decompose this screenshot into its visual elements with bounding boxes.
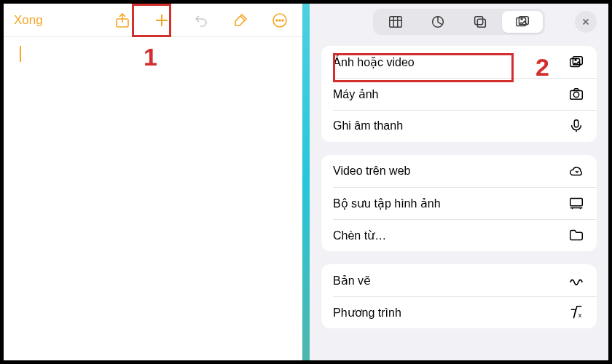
svg-point-16 bbox=[573, 92, 578, 97]
seg-media-icon[interactable] bbox=[502, 11, 543, 33]
editor-toolbar: Xong bbox=[4, 4, 302, 37]
insert-menu: Ảnh hoặc video Máy ảnh Ghi âm thanh bbox=[310, 40, 608, 347]
seg-shapes-icon[interactable] bbox=[460, 11, 501, 33]
segmented-control bbox=[373, 9, 545, 35]
text-cursor bbox=[20, 46, 21, 62]
mic-icon bbox=[568, 117, 585, 135]
svg-rect-18 bbox=[570, 199, 583, 206]
done-button[interactable]: Xong bbox=[9, 10, 47, 31]
svg-text:x: x bbox=[578, 312, 582, 319]
menu-group: Video trên web Bộ sưu tập hình ảnh Chèn … bbox=[321, 155, 597, 251]
svg-point-11 bbox=[521, 18, 522, 20]
gallery-icon bbox=[568, 194, 585, 212]
menu-item-label: Bộ sưu tập hình ảnh bbox=[333, 197, 568, 210]
menu-item-label: Bản vẽ bbox=[333, 274, 568, 288]
menu-item-web-video[interactable]: Video trên web bbox=[321, 155, 597, 187]
cloud-icon bbox=[568, 162, 585, 180]
menu-item-label: Ghi âm thanh bbox=[333, 119, 568, 132]
scribble-icon bbox=[568, 272, 585, 289]
menu-item-label: Ảnh hoặc video bbox=[333, 55, 568, 69]
folder-icon bbox=[568, 226, 585, 244]
menu-group: Bản vẽ Phương trình x bbox=[321, 264, 597, 328]
menu-item-label: Chèn từ… bbox=[333, 229, 568, 242]
menu-item-label: Máy ảnh bbox=[333, 87, 568, 101]
split-divider bbox=[302, 4, 310, 360]
svg-rect-8 bbox=[475, 17, 483, 25]
menu-item-drawing[interactable]: Bản vẽ bbox=[321, 264, 597, 296]
undo-icon[interactable] bbox=[192, 11, 211, 30]
menu-item-equation[interactable]: Phương trình x bbox=[321, 296, 597, 328]
seg-table-icon[interactable] bbox=[375, 11, 416, 33]
photo-stack-icon bbox=[568, 53, 585, 71]
svg-point-2 bbox=[276, 20, 278, 21]
menu-group: Ảnh hoặc video Máy ảnh Ghi âm thanh bbox=[321, 46, 597, 142]
plus-icon[interactable] bbox=[152, 11, 171, 30]
camera-icon bbox=[568, 85, 585, 103]
menu-item-label: Video trên web bbox=[333, 165, 568, 178]
equation-icon: x bbox=[568, 304, 585, 321]
menu-item-insert-from[interactable]: Chèn từ… bbox=[321, 219, 597, 251]
menu-item-audio[interactable]: Ghi âm thanh bbox=[321, 110, 597, 142]
svg-rect-5 bbox=[390, 17, 402, 28]
svg-rect-7 bbox=[477, 19, 485, 27]
share-icon[interactable] bbox=[113, 11, 132, 30]
menu-item-gallery[interactable]: Bộ sưu tập hình ảnh bbox=[321, 187, 597, 219]
svg-point-14 bbox=[575, 59, 576, 60]
brush-icon[interactable] bbox=[231, 11, 250, 30]
menu-item-camera[interactable]: Máy ảnh bbox=[321, 78, 597, 110]
more-icon[interactable] bbox=[270, 11, 289, 30]
editor-pane: Xong bbox=[4, 4, 302, 360]
insert-panel-header bbox=[310, 4, 608, 40]
svg-rect-17 bbox=[574, 120, 578, 127]
close-icon[interactable] bbox=[575, 11, 597, 33]
svg-point-3 bbox=[279, 20, 280, 21]
menu-item-label: Phương trình bbox=[333, 306, 568, 320]
menu-item-photo-video[interactable]: Ảnh hoặc video bbox=[321, 46, 597, 78]
svg-point-4 bbox=[282, 20, 283, 21]
seg-chart-icon[interactable] bbox=[417, 11, 458, 33]
insert-panel: Ảnh hoặc video Máy ảnh Ghi âm thanh bbox=[310, 4, 608, 360]
